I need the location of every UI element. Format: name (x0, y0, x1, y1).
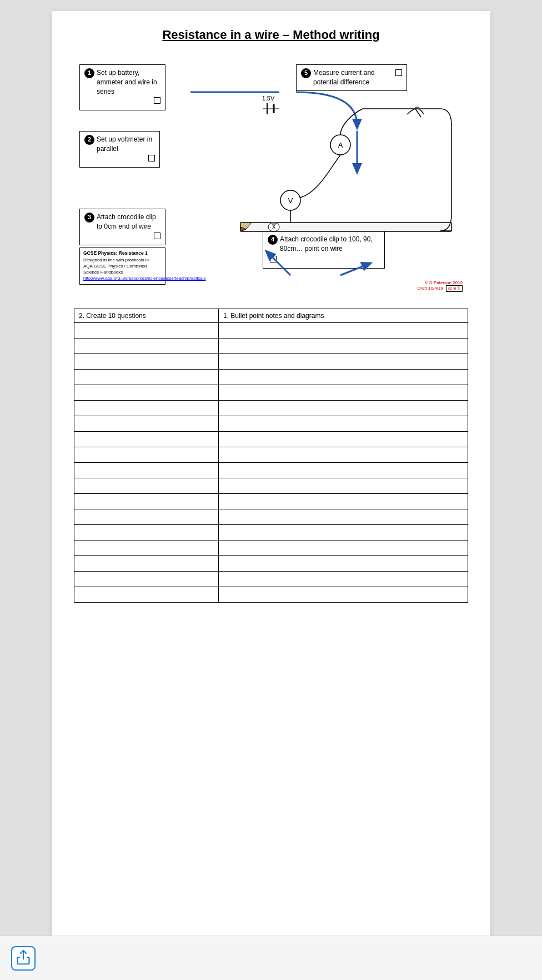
svg-text:V: V (288, 196, 293, 205)
table-row (74, 339, 468, 354)
step1-num: 1 (84, 68, 94, 78)
step3-box: 3 Attach crocodile clip to 0cm end of wi… (79, 209, 165, 245)
table-cell-left (74, 432, 219, 447)
table-cell-right (219, 540, 468, 556)
table-row (74, 572, 468, 587)
table-row (74, 509, 468, 525)
table-cell-right (219, 509, 468, 525)
page-title: Resistance in a wire – Method writing (74, 28, 468, 42)
table-cell-left (74, 385, 219, 401)
table-cell-left (74, 540, 219, 556)
table-cell-right (219, 323, 468, 339)
table-row (74, 478, 468, 494)
circuit-diagram: 1.5V A V A (168, 59, 490, 297)
gcse-title: GCSE Physics: Resistance 1 (83, 250, 162, 257)
table-col2-header: 1. Bullet point notes and diagrams (219, 309, 468, 323)
table-cell-left (74, 572, 219, 587)
table-cell-left (74, 525, 219, 540)
table-cell-right (219, 463, 468, 478)
table-cell-right (219, 370, 468, 385)
diagram-area: 1 Set up battery, ammeter and wire in se… (74, 59, 468, 297)
table-row (74, 447, 468, 463)
bottom-toolbar (0, 936, 542, 980)
table-row (74, 540, 468, 556)
step1-checkbox[interactable] (154, 97, 160, 104)
gcse-line2: AQA GCSE Physics / Combined (83, 263, 162, 269)
table-row (74, 587, 468, 603)
table-row (74, 323, 468, 339)
step2-checkbox[interactable] (148, 155, 155, 161)
gcse-line3: Science Handbooks (83, 269, 162, 275)
step2-text: Set up voltmeter in parallel (97, 135, 155, 154)
table-cell-right (219, 339, 468, 354)
table-row (74, 416, 468, 432)
table-row (74, 354, 468, 370)
table-cell-left (74, 494, 219, 509)
step3-text: Attach crocodile clip to 0cm end of wire (97, 213, 160, 231)
table-row (74, 525, 468, 540)
table-cell-left (74, 416, 219, 432)
step3-num: 3 (84, 213, 94, 223)
table-row (74, 370, 468, 385)
step3-checkbox[interactable] (154, 233, 160, 239)
table-cell-right (219, 587, 468, 603)
table-cell-right (219, 556, 468, 572)
table-cell-right (219, 525, 468, 540)
table-cell-left (74, 447, 219, 463)
page: Resistance in a wire – Method writing 1 … (52, 11, 490, 954)
table-col1-header: 2. Create 10 questions (74, 309, 219, 323)
svg-text:A: A (338, 141, 343, 149)
table-row (74, 463, 468, 478)
table-cell-left (74, 323, 219, 339)
table-cell-left (74, 401, 219, 416)
svg-text:1.5V: 1.5V (262, 95, 275, 102)
table-cell-right (219, 447, 468, 463)
table-cell-left (74, 463, 219, 478)
share-icon (16, 949, 31, 967)
table-cell-left (74, 556, 219, 572)
table-cell-left (74, 587, 219, 603)
table-cell-right (219, 416, 468, 432)
step1-text: Set up battery, ammeter and wire in seri… (97, 68, 160, 96)
step2-num: 2 (84, 135, 94, 145)
table-cell-right (219, 354, 468, 370)
step1-box: 1 Set up battery, ammeter and wire in se… (79, 64, 165, 110)
table-cell-right (219, 478, 468, 494)
table-cell-left (74, 478, 219, 494)
table-cell-right (219, 494, 468, 509)
table-cell-left (74, 339, 219, 354)
table-cell-left (74, 370, 219, 385)
table-cell-right (219, 432, 468, 447)
notes-table: 2. Create 10 questions 1. Bullet point n… (74, 309, 468, 603)
table-cell-right (219, 572, 468, 587)
table-cell-left (74, 354, 219, 370)
table-row (74, 385, 468, 401)
table-cell-right (219, 401, 468, 416)
table-cell-right (219, 385, 468, 401)
gcse-line1: Designed in line with practicals in (83, 257, 162, 263)
gcse-info-box: GCSE Physics: Resistance 1 Designed in l… (79, 247, 165, 285)
share-button[interactable] (11, 946, 36, 971)
table-row (74, 432, 468, 447)
table-row (74, 494, 468, 509)
step2-box: 2 Set up voltmeter in parallel (79, 131, 160, 168)
table-cell-left (74, 509, 219, 525)
table-row (74, 401, 468, 416)
table-row (74, 556, 468, 572)
